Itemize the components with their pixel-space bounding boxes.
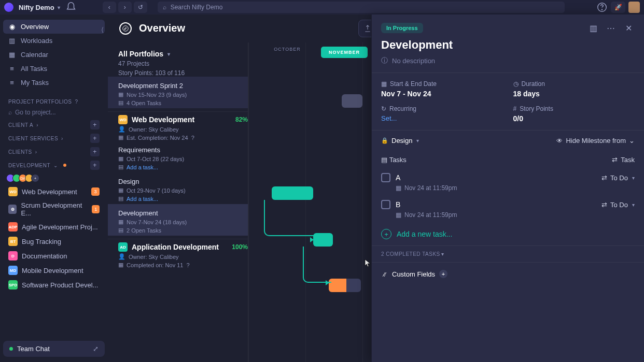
description[interactable]: ⓘNo description — [372, 56, 644, 73]
count-badge: 3 — [91, 187, 100, 196]
sidebar-project[interactable]: WDWeb Development3 — [3, 184, 105, 199]
add-icon[interactable]: + — [90, 161, 100, 170]
dependency-selector[interactable]: Design — [391, 137, 419, 144]
sidebar-project[interactable]: SPDSoftware Product Devel... — [3, 278, 105, 292]
group-client-services[interactable]: CLIENT SERVICES›+ — [3, 132, 105, 145]
task-status[interactable]: ⇄To Do — [601, 174, 635, 182]
project-application-development[interactable]: AD Application Development 100% — [118, 242, 248, 252]
custom-fields-header[interactable]: ⫽ Custom Fields + — [381, 270, 635, 278]
project-name: Mobile Development — [22, 267, 83, 274]
project-name: Agile Development Proj... — [22, 223, 98, 231]
task-item[interactable]: B⇄To Do▦Nov 24 at 11:59pm — [372, 196, 644, 223]
nav-overview[interactable]: ◉Overview — [3, 20, 105, 34]
swap-icon: ⇄ — [612, 156, 618, 164]
bar-dev-sprint-2[interactable] — [342, 94, 362, 108]
panel-title[interactable]: Development — [372, 34, 644, 56]
month-november[interactable]: NOVEMBER — [321, 47, 368, 58]
task-item[interactable]: A⇄To Do▦Nov 24 at 11:59pm — [372, 169, 644, 196]
calendar-icon: ▦ — [381, 80, 387, 88]
bell-icon[interactable] — [65, 2, 77, 13]
project-badge: BT — [8, 237, 18, 246]
checkbox[interactable] — [381, 200, 390, 209]
field-duration: ◷Duration 18 days — [513, 80, 635, 98]
calendar-icon: ▦ — [396, 211, 401, 219]
group-client-a[interactable]: CLIENT A›+ — [3, 118, 105, 132]
collapse-sidebar-icon[interactable]: ⟨ — [101, 26, 104, 34]
user-avatar[interactable] — [628, 2, 640, 13]
more-icon[interactable]: ⋯ — [605, 22, 617, 34]
add-field-icon[interactable]: + — [439, 270, 447, 278]
sidebar-project[interactable]: BTBug Tracking — [3, 234, 105, 249]
nav-back[interactable]: ‹ — [103, 2, 116, 13]
expand-icon[interactable]: ⤢ — [93, 345, 99, 353]
milestone-development[interactable]: Development ▦Nov 7-Nov 24 (18 days) ▤2 O… — [108, 204, 248, 236]
archive-icon[interactable]: ▥ — [587, 22, 599, 34]
project-badge: SPD — [8, 280, 18, 289]
month-label — [248, 47, 259, 58]
swap-icon: ⇄ — [601, 201, 607, 209]
group-development[interactable]: DEVELOPMENT⌄+ — [3, 158, 105, 172]
info-icon[interactable]: ? — [75, 99, 78, 105]
search-icon: ⌕ — [163, 4, 166, 11]
field-story-points[interactable]: #Story Points 0/0 — [513, 105, 635, 123]
bar-requirements[interactable] — [272, 186, 313, 200]
sidebar-project[interactable]: DDocumentation — [3, 249, 105, 263]
project-web-development[interactable]: WD Web Development 82% — [118, 115, 248, 124]
search-icon: ⌕ — [8, 109, 12, 116]
new-task-button[interactable]: ⇄Task — [612, 156, 635, 164]
sidebar-project[interactable]: ADPAgile Development Proj... — [3, 220, 105, 234]
list-icon: ▤ — [118, 99, 123, 106]
milestone-requirements[interactable]: Requirements ▦Oct 7-Oct 28 (22 days) ▤Ad… — [118, 141, 248, 172]
nav-workloads[interactable]: ▥Workloads — [3, 34, 105, 48]
tasks-label: Tasks — [389, 156, 407, 164]
task-status[interactable]: ⇄To Do — [601, 201, 635, 209]
compass-icon — [119, 22, 132, 35]
add-task-link[interactable]: Add a task... — [127, 196, 158, 202]
status-badge[interactable]: In Progress — [381, 23, 423, 33]
add-icon[interactable]: + — [90, 134, 100, 143]
nav-history[interactable]: ↺ — [134, 2, 147, 13]
milestone-design[interactable]: Design ▦Oct 29-Nov 7 (10 days) ▤Add a ta… — [118, 172, 248, 204]
project-name: Documentation — [22, 252, 67, 260]
group-clients[interactable]: CLIENTS›+ — [3, 145, 105, 158]
upgrade-button[interactable]: 🚀 — [611, 2, 625, 13]
month-october: OCTOBER — [259, 47, 316, 58]
field-recurring[interactable]: ↻Recurring Set... — [381, 105, 503, 123]
sidebar-project[interactable]: MDMobile Development — [3, 263, 105, 278]
help-icon[interactable] — [596, 2, 608, 13]
add-icon[interactable]: + — [90, 120, 100, 129]
close-icon[interactable]: ✕ — [622, 22, 635, 34]
bar-development[interactable] — [329, 279, 361, 292]
milestone-dev-sprint-2[interactable]: Development Sprint 2 ▦Nov 15-Nov 23 (9 d… — [108, 77, 248, 108]
field-dates[interactable]: ▦Start & End Date Nov 7 - Nov 24 — [381, 80, 503, 98]
cursor-icon — [365, 259, 371, 267]
info-icon[interactable]: ? — [191, 135, 194, 141]
goto-project[interactable]: ⌕Go to project... — [3, 107, 105, 118]
nav-calendar[interactable]: ▦Calendar — [3, 48, 105, 62]
fields-icon: ⫽ — [381, 270, 388, 278]
info-icon[interactable]: ? — [186, 262, 189, 268]
project-name: Software Product Devel... — [22, 281, 98, 289]
clock-icon: ◷ — [513, 80, 519, 88]
plus-icon: + — [381, 229, 391, 239]
checkbox[interactable] — [381, 173, 390, 182]
nav-all-tasks[interactable]: ≡All Tasks — [3, 62, 105, 76]
team-chat[interactable]: Team Chat ⤢ — [3, 341, 105, 357]
global-search[interactable]: ⌕ Search Nifty Demo — [158, 2, 565, 13]
member-avatars[interactable]: DA+ — [3, 172, 105, 184]
add-task[interactable]: + Add a new task... — [372, 223, 644, 245]
add-icon[interactable]: + — [90, 147, 100, 156]
swap-icon: ⇄ — [601, 174, 607, 182]
workspace-switcher[interactable]: Nifty Demo — [19, 4, 60, 11]
nav-forward[interactable]: › — [118, 2, 132, 13]
online-dot — [9, 347, 13, 351]
hide-milestone[interactable]: 👁Hide Milestone from⌄ — [556, 137, 635, 144]
portfolio-selector[interactable]: All Portfolios — [118, 50, 248, 58]
nav-my-tasks[interactable]: ≡My Tasks — [3, 76, 105, 90]
completed-tasks[interactable]: 2 COMPLETED TASKS — [372, 245, 644, 262]
task-date: ▦Nov 24 at 11:59pm — [396, 184, 635, 192]
add-task-link[interactable]: Add a task... — [127, 164, 158, 170]
sidebar-project[interactable]: ⚙Scrum Development E...1 — [3, 199, 105, 220]
bar-design[interactable] — [313, 233, 333, 247]
page-title: Overview — [139, 22, 185, 34]
